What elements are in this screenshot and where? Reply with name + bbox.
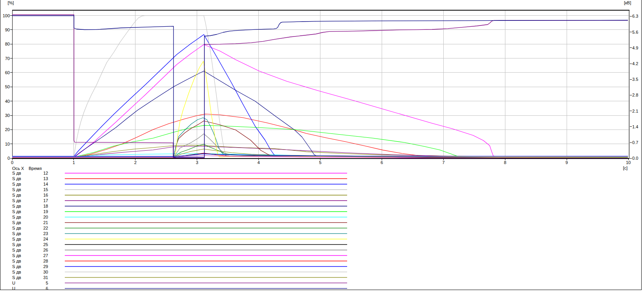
svg-text:10: 10 — [626, 160, 631, 165]
svg-text:16: 16 — [43, 193, 48, 197]
svg-text:S дв: S дв — [12, 226, 21, 230]
svg-text:70: 70 — [5, 56, 10, 61]
svg-text:20: 20 — [43, 215, 48, 219]
svg-text:S дв: S дв — [12, 187, 21, 192]
svg-text:S дв: S дв — [12, 270, 21, 274]
svg-text:S дв: S дв — [12, 220, 21, 225]
svg-text:20: 20 — [5, 127, 10, 132]
svg-text:30: 30 — [5, 113, 10, 118]
svg-text:50: 50 — [5, 84, 10, 89]
svg-text:21: 21 — [43, 220, 48, 225]
svg-text:2.8: 2.8 — [632, 93, 638, 97]
svg-text:60: 60 — [5, 70, 10, 75]
svg-text:4: 4 — [258, 160, 260, 165]
svg-text:25: 25 — [43, 242, 48, 247]
svg-text:0.7: 0.7 — [632, 140, 638, 145]
svg-text:27: 27 — [43, 253, 48, 258]
svg-text:Время: Время — [29, 166, 42, 171]
svg-text:Ось X: Ось X — [12, 166, 24, 171]
svg-text:S дв: S дв — [12, 242, 21, 247]
svg-text:15: 15 — [43, 187, 48, 192]
svg-text:0: 0 — [11, 160, 13, 165]
svg-text:8: 8 — [504, 160, 506, 165]
svg-text:10: 10 — [5, 142, 10, 146]
svg-text:[c]: [c] — [623, 166, 628, 170]
svg-text:S дв: S дв — [12, 182, 21, 186]
svg-text:23: 23 — [43, 231, 48, 236]
svg-text:3: 3 — [196, 160, 198, 165]
svg-text:2: 2 — [134, 160, 137, 165]
svg-text:S дв: S дв — [12, 237, 21, 241]
svg-text:S дв: S дв — [12, 215, 21, 219]
svg-text:U: U — [12, 281, 15, 285]
svg-text:4.2: 4.2 — [632, 61, 638, 66]
svg-text:5.6: 5.6 — [632, 30, 638, 35]
svg-text:1: 1 — [73, 160, 75, 165]
svg-text:2.1: 2.1 — [632, 109, 638, 113]
svg-text:S дв: S дв — [12, 204, 21, 208]
svg-text:80: 80 — [5, 42, 10, 46]
svg-text:9: 9 — [565, 160, 568, 165]
svg-text:30: 30 — [43, 270, 48, 274]
svg-text:S дв: S дв — [12, 231, 21, 236]
svg-text:14: 14 — [43, 182, 48, 186]
svg-text:5: 5 — [46, 281, 48, 285]
svg-text:7: 7 — [442, 160, 445, 165]
svg-text:S дв: S дв — [12, 264, 21, 269]
svg-text:29: 29 — [43, 264, 48, 269]
svg-text:[%]: [%] — [8, 0, 14, 5]
svg-text:17: 17 — [43, 198, 48, 203]
svg-text:6: 6 — [381, 160, 383, 165]
svg-text:S дв: S дв — [12, 171, 21, 175]
svg-text:0.0: 0.0 — [632, 156, 638, 161]
svg-text:1.4: 1.4 — [632, 124, 638, 129]
svg-text:S дв: S дв — [12, 259, 21, 263]
svg-text:31: 31 — [43, 275, 48, 280]
svg-text:S дв: S дв — [12, 209, 21, 214]
svg-text:18: 18 — [43, 204, 48, 208]
svg-text:4.9: 4.9 — [632, 46, 638, 50]
svg-text:3.5: 3.5 — [632, 77, 638, 82]
svg-text:5: 5 — [319, 160, 321, 165]
svg-text:24: 24 — [43, 237, 48, 241]
svg-text:S дв: S дв — [12, 198, 21, 203]
svg-text:28: 28 — [43, 259, 48, 263]
svg-text:90: 90 — [5, 27, 10, 32]
svg-text:S дв: S дв — [12, 193, 21, 197]
svg-text:22: 22 — [43, 226, 48, 230]
svg-text:S дв: S дв — [12, 253, 21, 258]
svg-text:S дв: S дв — [12, 248, 21, 252]
svg-text:12: 12 — [43, 171, 48, 175]
svg-text:6.3: 6.3 — [632, 14, 638, 18]
svg-text:100: 100 — [3, 13, 10, 18]
svg-text:[кВ]: [кВ] — [624, 0, 631, 5]
svg-text:26: 26 — [43, 248, 48, 252]
svg-text:40: 40 — [5, 99, 10, 104]
svg-text:S дв: S дв — [12, 275, 21, 280]
svg-text:19: 19 — [43, 209, 48, 214]
svg-text:S дв: S дв — [12, 176, 21, 181]
svg-text:13: 13 — [43, 176, 48, 181]
svg-text:0: 0 — [7, 156, 10, 161]
